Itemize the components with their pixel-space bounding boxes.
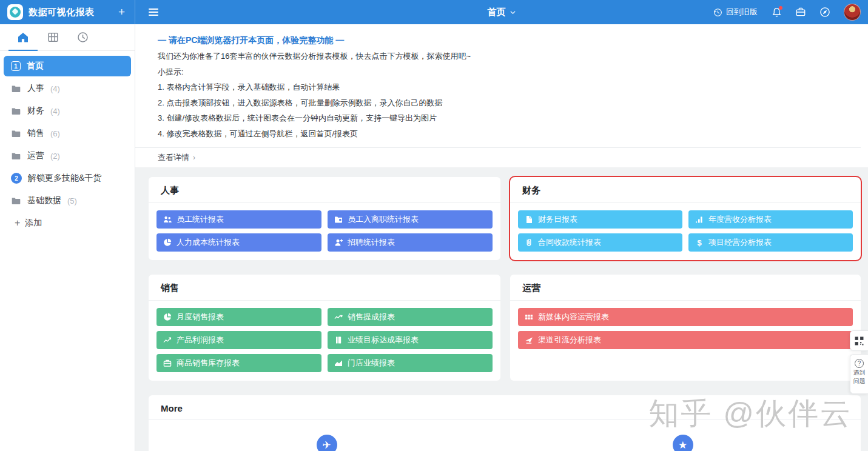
sidebar: 1 首页 人事 (4) 财务 (4) 销售 (6) 运营 (2) [0, 24, 135, 451]
report-button-label: 新媒体内容运营报表 [538, 312, 609, 322]
notifications-button[interactable] [771, 7, 782, 18]
report-button-monthly-sales[interactable]: 月度销售报表 [156, 308, 321, 326]
tab-home[interactable] [16, 30, 30, 45]
briefcase-icon [163, 359, 172, 367]
qr-code-icon [855, 336, 864, 346]
folder-icon [11, 84, 21, 94]
more-item-quick-intro[interactable]: ✈ 一分钟快速了解伙伴云! [149, 435, 505, 451]
compass-icon [819, 7, 830, 18]
sidebar-item-label: 首页 [27, 61, 44, 72]
report-button-label: 人力成本统计报表 [177, 237, 240, 248]
sidebar-item-base-data[interactable]: 基础数据 (5) [4, 190, 131, 211]
card-hr: 人事 员工统计报表 员工入离职统计报表 [149, 177, 500, 260]
pie-chart-icon [163, 238, 172, 247]
card-finance-title: 财务 [510, 177, 861, 203]
home-icon [17, 32, 29, 44]
user-avatar[interactable] [844, 4, 861, 21]
app-logo-icon[interactable] [7, 4, 23, 20]
card-operations-title: 运营 [510, 275, 861, 301]
help-text-line2: 问题 [853, 378, 866, 385]
report-button-inventory[interactable]: 商品销售库存报表 [156, 354, 321, 372]
discover-button[interactable] [819, 7, 830, 18]
report-button-sales-commission[interactable]: 销售提成报表 [328, 308, 493, 326]
report-button-label: 招聘统计报表 [348, 237, 395, 248]
back-to-old-label: 回到旧版 [726, 7, 758, 18]
notice-tip: 1. 表格内含计算字段，录入基础数据，自动计算结果 [158, 79, 861, 95]
hamburger-menu-icon[interactable] [149, 8, 158, 16]
back-to-old-version-button[interactable]: 回到旧版 [713, 7, 758, 18]
sidebar-menu: 1 首页 人事 (4) 财务 (4) 销售 (6) 运营 (2) [0, 51, 135, 233]
notice-panel: — 请在PC端浏览器打开本页面，体验完整功能 — 我们还为你准备了16套丰富的伙… [135, 24, 868, 167]
report-button-product-profit[interactable]: 产品利润报表 [156, 331, 321, 349]
workspace-button[interactable] [795, 7, 806, 18]
qr-code-widget[interactable] [850, 330, 868, 351]
help-widget[interactable]: ? 遇到 问题 [850, 354, 868, 394]
pie-chart-icon [163, 313, 172, 321]
card-hr-title: 人事 [149, 177, 500, 203]
report-button-label: 产品利润报表 [177, 335, 224, 346]
report-button-target-achievement[interactable]: 业绩目标达成率报表 [328, 331, 493, 349]
current-page-title[interactable]: 首页 [488, 7, 506, 18]
sidebar-item-hr[interactable]: 人事 (4) [4, 78, 131, 99]
topbar-app-section: 数据可视化报表 + [0, 0, 135, 24]
report-cards-grid: 人事 员工统计报表 员工入离职统计报表 [149, 177, 861, 381]
plus-icon: + [15, 218, 20, 229]
users-icon [163, 215, 172, 224]
notification-dot [779, 6, 782, 10]
sidebar-item-label: 财务 [27, 105, 44, 116]
main-content: — 请在PC端浏览器打开本页面，体验完整功能 — 我们还为你准备了16套丰富的伙… [135, 24, 868, 451]
card-sales-title: 销售 [149, 275, 500, 301]
chevron-down-icon[interactable] [510, 9, 516, 16]
report-button-finance-daily[interactable]: 财务日报表 [518, 210, 682, 229]
report-button-label: 渠道引流分析报表 [538, 335, 601, 346]
paper-plane-icon [525, 336, 533, 344]
tab-recent[interactable] [75, 30, 90, 45]
item-count: (6) [50, 129, 60, 138]
report-button-project-operations[interactable]: $ 项目经营分析报表 [688, 233, 853, 252]
notice-title: — 请在PC端浏览器打开本页面，体验完整功能 — [158, 32, 861, 48]
dollar-icon: $ [695, 238, 704, 247]
notice-tip: 2. 点击报表顶部按钮，进入数据源表格，可批量删除示例数据，录入你自己的数据 [158, 95, 861, 111]
report-button-store-performance[interactable]: 门店业绩报表 [328, 354, 493, 372]
sidebar-tabs [0, 24, 135, 51]
sidebar-item-operations[interactable]: 运营 (2) [4, 145, 131, 166]
sidebar-item-label: 人事 [27, 83, 44, 94]
sidebar-item-label: 运营 [27, 150, 44, 161]
sidebar-item-label: 解锁更多技能&干货 [28, 173, 101, 184]
card-sales: 销售 月度销售报表 销售提成报表 [149, 275, 500, 381]
report-button-channel-traffic[interactable]: 渠道引流分析报表 [518, 331, 853, 349]
tab-tables[interactable] [45, 30, 60, 45]
area-chart-icon [334, 359, 343, 367]
sidebar-item-unlock-skills[interactable]: 2 解锁更多技能&干货 [4, 168, 131, 189]
report-button-label: 商品销售库存报表 [177, 358, 240, 369]
sidebar-item-finance[interactable]: 财务 (4) [4, 101, 131, 121]
add-workspace-button[interactable]: + [116, 5, 127, 19]
more-item-unlock-skills[interactable]: ★ 解锁更多可视化报表技能＆干货 [505, 435, 861, 451]
unlock-badge-icon: 2 [11, 173, 22, 184]
report-button-label: 员工入离职统计报表 [348, 214, 419, 225]
view-detail-link[interactable]: 查看详情 › [135, 147, 861, 167]
chevron-right-icon: › [193, 153, 195, 162]
report-button-annual-revenue[interactable]: 年度营收分析报表 [688, 210, 853, 229]
notice-intro: 我们还为你准备了16套丰富的伙伴云数据分析报表模板，快去点击下方模板，探索使用吧… [158, 48, 861, 64]
notice-tip: 4. 修改完表格数据，可通过左侧导航栏，返回首页/报表页 [158, 126, 861, 142]
sidebar-item-home[interactable]: 1 首页 [4, 56, 131, 76]
report-button-label: 财务日报表 [538, 214, 577, 225]
item-count: (2) [50, 152, 60, 161]
report-button-new-media[interactable]: 新媒体内容运营报表 [518, 308, 853, 326]
topbar: 数据可视化报表 + 首页 回到旧版 [0, 0, 868, 24]
report-button-onboarding-stats[interactable]: 员工入离职统计报表 [328, 210, 493, 229]
sidebar-add-button[interactable]: + 添加 [4, 213, 131, 233]
file-icon [525, 215, 533, 224]
report-button-label: 月度销售报表 [177, 312, 224, 322]
report-button-employee-stats[interactable]: 员工统计报表 [156, 210, 321, 229]
report-button-contract-payments[interactable]: 合同收款统计报表 [518, 233, 682, 252]
notice-tip: 3. 创建/修改表格数据后，统计图表会在一分钟内自动更新，支持一键导出为图片 [158, 110, 861, 126]
report-button-recruiting-stats[interactable]: 招聘统计报表 [328, 233, 493, 252]
notice-tips-label: 小提示: [158, 64, 861, 80]
sidebar-item-sales[interactable]: 销售 (6) [4, 123, 131, 144]
clock-icon [77, 32, 89, 43]
card-finance-body: 财务日报表 年度营收分析报表 合同收款统计报表 $ [510, 203, 861, 260]
report-button-label: 项目经营分析报表 [708, 237, 772, 248]
report-button-hr-cost-stats[interactable]: 人力成本统计报表 [156, 233, 321, 252]
